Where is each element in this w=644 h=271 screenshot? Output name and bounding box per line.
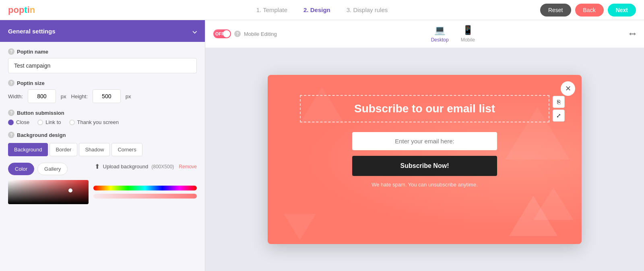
next-button[interactable]: Next <box>608 4 636 17</box>
device-buttons: 💻 Desktop 📱 Mobile <box>431 25 475 43</box>
height-px-label: px <box>126 93 131 99</box>
radio-dot-link <box>37 120 43 125</box>
top-nav: poptin 1. Template 2. Design 3. Display … <box>0 0 644 20</box>
help-icon-submission: ? <box>8 110 14 116</box>
desktop-button[interactable]: 💻 Desktop <box>431 25 449 43</box>
gallery-tab[interactable]: Gallery <box>37 163 68 175</box>
step-3[interactable]: 3. Display rules <box>347 6 388 13</box>
color-tab[interactable]: Color <box>8 163 34 175</box>
right-panel: OFF ? Mobile Editing 💻 Desktop 📱 Mobile … <box>205 20 644 271</box>
general-settings-label: General settings <box>8 28 56 35</box>
popup-preview: ✕ Subscribe to our email list ⎘ ⤢ Subscr… <box>268 75 582 244</box>
tab-shadow[interactable]: Shadow <box>79 143 110 156</box>
reset-button[interactable]: Reset <box>540 4 571 17</box>
mobile-button[interactable]: 📱 Mobile <box>461 25 475 43</box>
tab-background[interactable]: Background <box>8 143 48 156</box>
popup-title[interactable]: Subscribe to our email list <box>313 102 537 115</box>
tab-corners[interactable]: Corners <box>111 143 142 156</box>
popup-spam-text: We hate spam. You can unsubscribe anytim… <box>372 182 478 188</box>
width-label: Width: <box>8 93 23 99</box>
height-input[interactable] <box>93 89 121 103</box>
general-settings-body: ? Poptin name ? Poptin size Width: px He… <box>0 42 205 211</box>
color-gallery-tabs: Color Gallery ⬆ Upload background (800X5… <box>8 163 197 175</box>
radio-thank-you[interactable]: Thank you screen <box>69 119 119 125</box>
help-icon-name: ? <box>8 48 14 55</box>
color-pick-dot <box>68 188 72 192</box>
nav-buttons: Reset Back Next <box>540 4 636 17</box>
width-input[interactable] <box>28 89 56 103</box>
poptin-name-label: ? Poptin name <box>8 48 197 55</box>
color-gradient[interactable] <box>8 180 89 204</box>
desktop-icon: 💻 <box>434 25 445 35</box>
submission-row: Close Link to Thank you screen <box>8 119 197 125</box>
popup-title-wrapper: Subscribe to our email list ⎘ ⤢ <box>300 95 549 122</box>
toggle-area: OFF ? Mobile Editing <box>213 29 277 38</box>
upload-icon: ⬆ <box>95 163 100 170</box>
color-sliders <box>93 180 197 204</box>
resize-button[interactable]: ⤢ <box>553 110 565 122</box>
back-button[interactable]: Back <box>575 4 604 17</box>
radio-close[interactable]: Close <box>8 119 29 125</box>
poptin-size-label: ? Poptin size <box>8 80 197 86</box>
deco-triangle-4 <box>284 214 316 240</box>
copy-button[interactable]: ⎘ <box>553 96 565 108</box>
upload-label[interactable]: Upload background <box>103 163 149 170</box>
tab-border[interactable]: Border <box>50 143 77 156</box>
button-submission-label: ? Button submission <box>8 110 197 116</box>
mobile-editing-toggle[interactable]: OFF <box>213 29 231 38</box>
upload-size-label: (800X500) <box>151 164 174 170</box>
fullscreen-button[interactable]: ⤢ <box>627 28 638 40</box>
opacity-slider[interactable] <box>93 194 197 199</box>
upload-row: ⬆ Upload background (800X500) Remove <box>95 163 197 170</box>
color-picker-area <box>8 180 197 204</box>
poptin-name-input[interactable] <box>8 58 197 73</box>
help-icon-mobile: ? <box>234 31 241 37</box>
hue-slider[interactable] <box>93 186 197 190</box>
help-icon-bg: ? <box>8 132 14 138</box>
chevron-down-icon: ⌵ <box>192 27 197 35</box>
radio-dot-thanks <box>69 120 75 125</box>
main-layout: General settings ⌵ ? Poptin name ? Popti… <box>0 20 644 271</box>
logo: poptin <box>8 5 35 15</box>
popup-subscribe-button[interactable]: Subscribe Now! <box>352 156 497 176</box>
desktop-label: Desktop <box>431 37 449 43</box>
mobile-label: Mobile <box>461 37 475 43</box>
left-panel: General settings ⌵ ? Poptin name ? Popti… <box>0 20 205 271</box>
preview-area: ✕ Subscribe to our email list ⎘ ⤢ Subscr… <box>205 48 644 271</box>
remove-link[interactable]: Remove <box>179 164 197 170</box>
help-icon-size: ? <box>8 80 14 86</box>
bg-tab-buttons: Background Border Shadow Corners <box>8 143 197 156</box>
mobile-editing-label: Mobile Editing <box>244 31 277 37</box>
preview-toolbar: OFF ? Mobile Editing 💻 Desktop 📱 Mobile … <box>205 20 644 48</box>
mobile-icon: 📱 <box>462 25 473 35</box>
step-2[interactable]: 2. Design <box>303 6 330 13</box>
step-1[interactable]: 1. Template <box>256 6 287 13</box>
general-settings-header[interactable]: General settings ⌵ <box>0 20 205 42</box>
steps: 1. Template 2. Design 3. Display rules <box>256 6 388 13</box>
popup-email-input[interactable] <box>352 132 497 150</box>
size-row: Width: px Height: px <box>8 89 197 103</box>
popup-close-button[interactable]: ✕ <box>561 81 575 96</box>
radio-link-to[interactable]: Link to <box>37 119 61 125</box>
height-label: Height: <box>71 93 88 99</box>
radio-dot-close <box>8 120 14 125</box>
popup-title-actions: ⎘ ⤢ <box>553 96 565 122</box>
bg-design-label: ? Background design <box>8 132 197 138</box>
popup-content: Subscribe to our email list ⎘ ⤢ Subscrib… <box>268 75 582 200</box>
width-px-label: px <box>61 93 66 99</box>
